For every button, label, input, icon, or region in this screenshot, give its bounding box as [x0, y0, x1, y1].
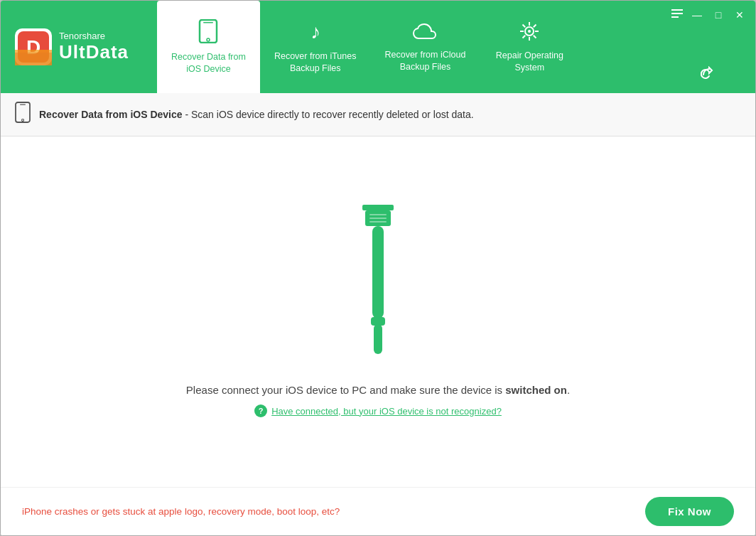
footer-warning-text: iPhone crashes or gets stuck at apple lo… [22, 506, 340, 517]
connect-text-after: . [567, 384, 570, 396]
help-link[interactable]: ? Have connected, but your iOS device is… [254, 404, 502, 417]
app-window: D Tenorshare UltData [0, 0, 756, 536]
svg-rect-28 [369, 214, 387, 215]
tab-icloud-label: Recover from iCloudBackup Files [384, 49, 465, 73]
svg-point-11 [528, 30, 531, 33]
refresh-icon[interactable] [701, 66, 718, 87]
tab-repair-os[interactable]: Repair OperatingSystem [480, 1, 579, 93]
language-icon[interactable] [670, 6, 684, 23]
title-bar: D Tenorshare UltData [1, 1, 755, 93]
svg-rect-26 [362, 205, 394, 210]
svg-rect-33 [374, 324, 382, 354]
svg-rect-24 [20, 104, 26, 105]
svg-rect-29 [369, 218, 387, 219]
icloud-icon [412, 21, 438, 45]
tab-ios-label: Recover Data fromiOS Device [171, 51, 246, 75]
svg-rect-20 [671, 9, 683, 11]
itunes-icon: ♪ [305, 20, 326, 46]
ios-device-small-icon [15, 102, 31, 127]
connect-text-before: Please connect your iOS device to PC and… [186, 384, 505, 396]
close-button[interactable]: ✕ [731, 6, 748, 23]
svg-rect-21 [671, 13, 683, 14]
svg-rect-30 [369, 221, 387, 223]
maximize-button[interactable]: □ [710, 6, 727, 23]
tab-itunes-backup[interactable]: ♪ Recover from iTunesBackup Files [260, 1, 371, 93]
cable-illustration [335, 198, 421, 364]
logo-product: UltData [59, 41, 129, 63]
tab-itunes-label: Recover from iTunesBackup Files [274, 50, 357, 74]
help-question-icon: ? [254, 404, 267, 417]
right-icons: — □ ✕ [663, 1, 755, 93]
tab-icloud-backup[interactable]: Recover from iCloudBackup Files [370, 1, 480, 93]
main-content: Please connect your iOS device to PC and… [1, 136, 755, 535]
info-bar-rest: - Scan iOS device directly to recover re… [183, 109, 474, 120]
footer-bar: iPhone crashes or gets stuck at apple lo… [1, 487, 755, 535]
logo-brand: Tenorshare [59, 31, 129, 41]
info-bar-description: Recover Data from iOS Device - Scan iOS … [39, 109, 474, 120]
connect-instruction: Please connect your iOS device to PC and… [186, 384, 570, 396]
repair-icon [519, 21, 540, 45]
svg-rect-5 [15, 53, 52, 65]
ios-device-icon [198, 19, 219, 47]
info-bar: Recover Data from iOS Device - Scan iOS … [1, 93, 755, 136]
tab-repair-label: Repair OperatingSystem [496, 50, 563, 73]
svg-point-8 [207, 38, 210, 41]
logo-area: D Tenorshare UltData [1, 1, 157, 93]
fix-now-button[interactable]: Fix Now [645, 497, 734, 526]
svg-line-19 [523, 36, 526, 38]
logo-text: Tenorshare UltData [59, 31, 129, 63]
svg-point-25 [22, 119, 24, 122]
minimize-button[interactable]: — [688, 6, 706, 23]
svg-rect-22 [671, 16, 679, 18]
app-logo-icon: D [15, 28, 52, 65]
tabs-area: Recover Data fromiOS Device ♪ Recover fr… [157, 1, 663, 93]
svg-text:♪: ♪ [310, 21, 320, 43]
connect-text-bold: switched on [505, 384, 567, 396]
svg-rect-31 [372, 226, 384, 318]
help-link-text: Have connected, but your iOS device is n… [271, 406, 502, 417]
info-bar-title: Recover Data from iOS Device [39, 109, 183, 120]
tab-ios-device[interactable]: Recover Data fromiOS Device [157, 1, 260, 93]
svg-line-17 [534, 36, 536, 38]
svg-line-16 [523, 25, 526, 28]
svg-line-18 [534, 25, 536, 28]
svg-rect-6 [200, 20, 217, 43]
svg-rect-7 [203, 22, 213, 23]
